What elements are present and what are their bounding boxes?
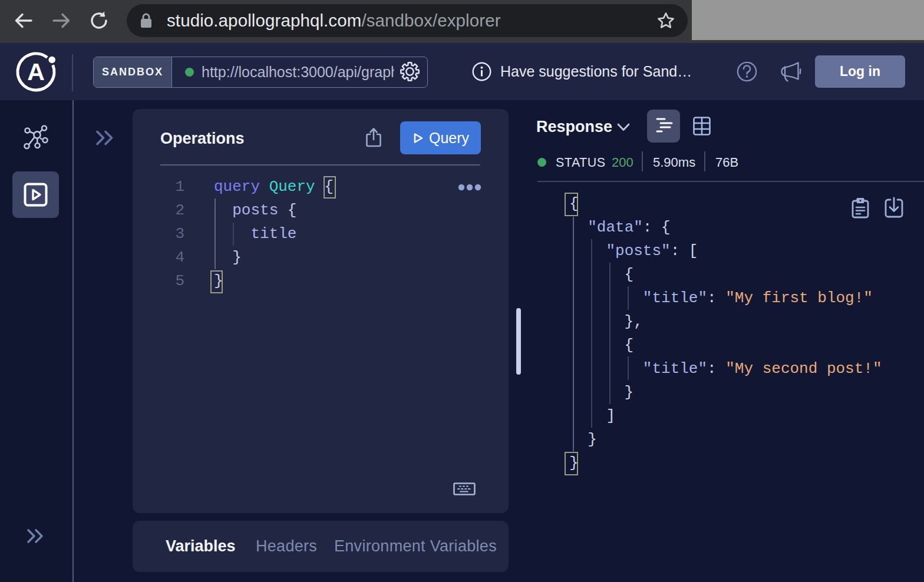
svg-text:A: A [27,58,45,85]
